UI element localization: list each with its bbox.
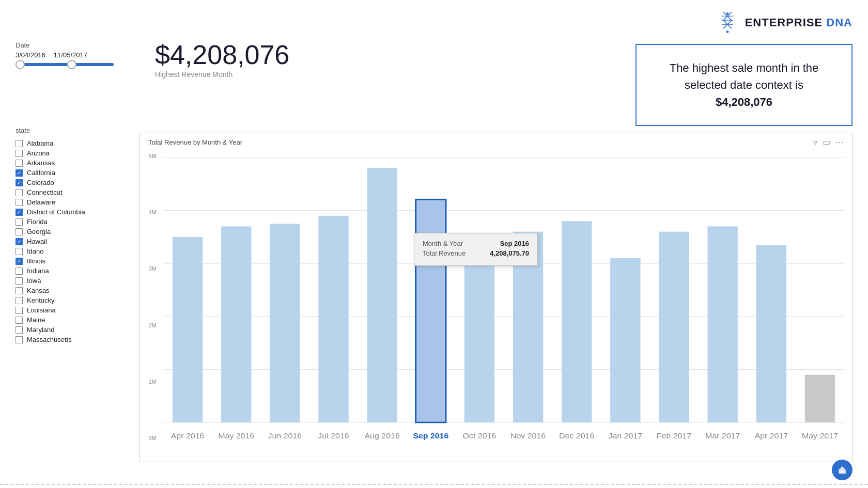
x-label-nov-2016: Nov 2016 <box>510 432 546 440</box>
state-checkbox[interactable] <box>16 169 23 177</box>
bar-apr-2017[interactable] <box>756 245 786 422</box>
export-icon[interactable]: ▭ <box>823 137 830 147</box>
state-checkbox[interactable] <box>16 287 23 294</box>
state-checkbox[interactable] <box>16 140 23 147</box>
bar-dec-2016[interactable] <box>562 221 592 422</box>
y-label-4m: 4M <box>149 209 157 215</box>
state-item-arizona[interactable]: Arizona <box>16 148 140 158</box>
slider-thumb-right[interactable] <box>67 60 76 69</box>
x-label-may-2016: May 2016 <box>218 432 254 440</box>
chart-toolbar: ▿ ▭ ⋯ <box>813 137 844 147</box>
x-label-aug-2016: Aug 2016 <box>364 432 399 440</box>
more-icon[interactable]: ⋯ <box>835 137 844 147</box>
dna-icon <box>715 10 740 35</box>
y-label-1m: 1M <box>149 379 157 385</box>
info-line2: selected date context is <box>685 78 803 91</box>
slider-thumb-left[interactable] <box>16 60 25 69</box>
bottom-border <box>0 484 868 488</box>
state-item-iowa[interactable]: Iowa <box>16 276 140 286</box>
chart-title: Total Revenue by Month & Year <box>148 138 844 146</box>
state-label: District of Columbia <box>27 208 85 216</box>
bar-aug-2016[interactable] <box>367 168 397 422</box>
y-label-5m: 5M <box>149 153 157 159</box>
x-label-jan-2017: Jan 2017 <box>609 432 643 440</box>
bar-sep-2016[interactable] <box>416 199 446 422</box>
state-item-arkansas[interactable]: Arkansas <box>16 158 140 168</box>
state-checkbox[interactable] <box>16 317 23 324</box>
x-label-may-2017: May 2017 <box>802 432 838 440</box>
subscribe-button[interactable] <box>832 460 853 480</box>
state-checkbox[interactable] <box>16 297 23 304</box>
state-item-maine[interactable]: Maine <box>16 315 140 325</box>
state-checkbox[interactable] <box>16 179 23 186</box>
state-item-district-of-columbia[interactable]: District of Columbia <box>16 207 140 217</box>
state-item-connecticut[interactable]: Connecticut <box>16 187 140 197</box>
bar-mar-2017[interactable] <box>707 226 737 422</box>
state-label: Arizona <box>27 149 50 157</box>
state-checkbox[interactable] <box>16 189 23 196</box>
state-item-louisiana[interactable]: Louisiana <box>16 305 140 315</box>
state-item-idaho[interactable]: Idaho <box>16 246 140 256</box>
state-item-illinois[interactable]: Illinois <box>16 256 140 266</box>
chart-svg-wrapper: Apr 2016May 2016Jun 2016Jul 2016Aug 2016… <box>161 153 847 441</box>
bar-jun-2016[interactable] <box>270 224 300 422</box>
state-label: Illinois <box>27 257 45 265</box>
state-checkbox[interactable] <box>16 307 23 314</box>
start-date: 3/04/2016 <box>16 51 45 59</box>
svg-rect-11 <box>841 471 844 474</box>
state-item-massachusetts[interactable]: Massachusetts <box>16 335 140 344</box>
kpi-value: $4,208,076 <box>155 41 289 68</box>
state-checkbox[interactable] <box>16 228 23 235</box>
slider-fill <box>16 63 114 66</box>
state-item-delaware[interactable]: Delaware <box>16 197 140 207</box>
bar-oct-2016[interactable] <box>464 253 494 422</box>
bar-feb-2017[interactable] <box>659 232 689 422</box>
state-checkbox[interactable] <box>16 336 23 343</box>
state-checkbox[interactable] <box>16 218 23 226</box>
state-item-kansas[interactable]: Kansas <box>16 286 140 295</box>
state-label: Iowa <box>27 277 41 285</box>
state-label: Indiana <box>27 267 49 275</box>
date-slider[interactable] <box>16 63 114 66</box>
x-label-sep-2016: Sep 2016 <box>413 432 448 440</box>
state-item-hawaii[interactable]: Hawaii <box>16 237 140 246</box>
x-label-oct-2016: Oct 2016 <box>463 432 497 440</box>
state-item-maryland[interactable]: Maryland <box>16 325 140 335</box>
bar-jul-2016[interactable] <box>318 216 348 422</box>
state-checkbox[interactable] <box>16 258 23 265</box>
state-item-georgia[interactable]: Georgia <box>16 227 140 237</box>
bar-nov-2016[interactable] <box>513 232 543 422</box>
state-label: Delaware <box>27 198 55 206</box>
state-item-colorado[interactable]: Colorado <box>16 178 140 187</box>
state-item-alabama[interactable]: Alabama <box>16 138 140 148</box>
state-label: Kansas <box>27 287 49 294</box>
state-label: Arkansas <box>27 159 55 167</box>
state-checkbox[interactable] <box>16 160 23 167</box>
bar-may-2016[interactable] <box>221 226 251 422</box>
state-item-indiana[interactable]: Indiana <box>16 266 140 276</box>
state-label: Massachusetts <box>27 336 72 343</box>
state-item-florida[interactable]: Florida <box>16 217 140 227</box>
x-label-jun-2016: Jun 2016 <box>268 432 302 440</box>
logo-text: ENTERPRISE DNA <box>745 16 853 29</box>
state-checkbox[interactable] <box>16 277 23 285</box>
state-label: Florida <box>27 218 48 226</box>
state-checkbox[interactable] <box>16 238 23 245</box>
x-label-feb-2017: Feb 2017 <box>657 432 691 440</box>
bar-apr-2016[interactable] <box>173 237 203 422</box>
state-checkbox[interactable] <box>16 267 23 275</box>
state-label: Louisiana <box>27 306 56 314</box>
kpi-area: $4,208,076 Highest Revenue Month <box>155 41 289 78</box>
state-item-california[interactable]: California <box>16 168 140 178</box>
bar-may-2017[interactable] <box>805 375 835 422</box>
state-item-kentucky[interactable]: Kentucky <box>16 295 140 305</box>
state-checkbox[interactable] <box>16 150 23 157</box>
state-checkbox[interactable] <box>16 209 23 216</box>
info-box: The highest sale month in the selected d… <box>636 44 853 126</box>
state-checkbox[interactable] <box>16 199 23 206</box>
date-label: Date <box>16 41 114 49</box>
bar-jan-2017[interactable] <box>610 258 640 422</box>
filter-icon[interactable]: ▿ <box>813 137 817 147</box>
state-checkbox[interactable] <box>16 248 23 255</box>
state-checkbox[interactable] <box>16 326 23 334</box>
